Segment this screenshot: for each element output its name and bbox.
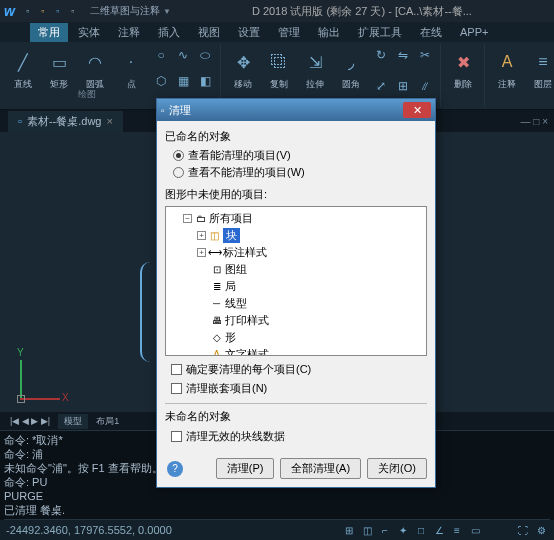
tool-layer[interactable]: ≡图层 [527, 46, 554, 105]
tool-point[interactable]: ·点 [115, 46, 147, 95]
qat-print-icon[interactable]: ▫ [67, 5, 79, 17]
status-toggles: ⊞ ◫ ⌐ ✦ □ ∠ ≡ ▭ ⛶ ⚙ [342, 523, 548, 537]
tool-annotate[interactable]: A注释 [491, 46, 523, 105]
array-icon[interactable]: ⊞ [393, 77, 413, 95]
status-coords: -24492.3460, 17976.5552, 0.0000 [6, 524, 342, 536]
tab-output[interactable]: 输出 [310, 23, 348, 42]
tab-home[interactable]: 常用 [30, 23, 68, 42]
offset-icon[interactable]: ⫽ [415, 77, 435, 95]
tab-annotate[interactable]: 注释 [110, 23, 148, 42]
tab-entity[interactable]: 实体 [70, 23, 108, 42]
purge-tree[interactable]: −🗀所有项目 +◫块 +⟷标注样式 ⊡图组 ≣局 ─线型 🖶打印样式 ◇形 A文… [165, 206, 427, 356]
tab-settings[interactable]: 设置 [230, 23, 268, 42]
qat-save-icon[interactable]: ▫ [52, 5, 64, 17]
ltype-icon: ─ [210, 298, 223, 310]
group-icon: ⊡ [210, 264, 223, 276]
text-icon: A [210, 349, 223, 357]
check-nested[interactable]: 清理嵌套项目(N) [165, 379, 427, 398]
close-button[interactable]: 关闭(O) [367, 458, 427, 479]
tree-item-shape[interactable]: ◇形 [169, 329, 423, 346]
tree-item-dimstyle[interactable]: +⟷标注样式 [169, 244, 423, 261]
tool-rect[interactable]: ▭矩形 [43, 46, 75, 95]
checkbox-icon [171, 431, 182, 442]
folder-icon: 🗀 [194, 213, 207, 225]
tool-line[interactable]: ╱直线 [7, 46, 39, 95]
draw-small-tools: ○∿⬭ ⬡▦◧ [151, 46, 215, 95]
purge-all-button[interactable]: 全部清理(A) [280, 458, 361, 479]
spline-icon[interactable]: ∿ [173, 46, 193, 64]
tool-stretch[interactable]: ⇲拉伸 [299, 46, 331, 105]
lwt-icon[interactable]: ≡ [450, 523, 464, 537]
qat-open-icon[interactable]: ▫ [37, 5, 49, 17]
qat-new-icon[interactable]: ▫ [22, 5, 34, 17]
polygon-icon[interactable]: ⬡ [151, 72, 171, 90]
modify-small-tools: ↻⇋✂ ⤢⊞⫽ [371, 46, 435, 105]
grid-icon[interactable]: ⊞ [342, 523, 356, 537]
tab-layout1[interactable]: 布局1 [90, 414, 125, 429]
collapse-icon[interactable]: − [183, 214, 192, 223]
model-icon[interactable]: ▭ [468, 523, 482, 537]
tool-move[interactable]: ✥移动 [227, 46, 259, 105]
tab-express[interactable]: 扩展工具 [350, 23, 410, 42]
close-button[interactable]: ✕ [403, 102, 431, 118]
doc-controls[interactable]: — □ × [521, 116, 548, 127]
tree-item-group[interactable]: ⊡图组 [169, 261, 423, 278]
otrack-icon[interactable]: ∠ [432, 523, 446, 537]
tree-item-textstyle[interactable]: A文字样式 [169, 346, 423, 356]
snap-icon[interactable]: ◫ [360, 523, 374, 537]
hatch-icon[interactable]: ▦ [173, 72, 193, 90]
workspace-label[interactable]: 二维草图与注释 [90, 4, 160, 18]
ellipse-icon[interactable]: ⬭ [195, 46, 215, 64]
dialog-title: 清理 [169, 103, 403, 118]
radio-nonpurgeable[interactable]: 查看不能清理的项目(W) [165, 164, 427, 181]
expand-icon[interactable]: + [197, 248, 206, 257]
tab-model[interactable]: 模型 [58, 414, 88, 429]
gear-icon[interactable]: ⚙ [534, 523, 548, 537]
tree-item-layer[interactable]: ≣局 [169, 278, 423, 295]
expand-icon[interactable]: + [197, 231, 206, 240]
layout-arrows[interactable]: |◀ ◀ ▶ ▶| [4, 415, 56, 427]
radio-purgeable[interactable]: 查看能清理的项目(V) [165, 147, 427, 164]
block-icon: ◫ [208, 230, 221, 242]
tab-manage[interactable]: 管理 [270, 23, 308, 42]
check-confirm[interactable]: 确定要清理的每个项目(C) [165, 360, 427, 379]
chevron-down-icon[interactable]: ▼ [163, 7, 171, 16]
purge-button[interactable]: 清理(P) [216, 458, 275, 479]
ribbon-tabs: 常用 实体 注释 插入 视图 设置 管理 输出 扩展工具 在线 APP+ [0, 22, 554, 42]
tab-online[interactable]: 在线 [412, 23, 450, 42]
layer-icon: ≣ [210, 281, 223, 293]
tool-copy[interactable]: ⿻复制 [263, 46, 295, 105]
checkbox-icon [171, 364, 182, 375]
tree-root[interactable]: −🗀所有项目 [169, 210, 423, 227]
tree-item-block[interactable]: +◫块 [169, 227, 423, 244]
rotate-icon[interactable]: ↻ [371, 46, 391, 64]
ortho-icon[interactable]: ⌐ [378, 523, 392, 537]
cmd-line: 已清理 餐桌. [4, 503, 550, 517]
scale-icon[interactable]: ⤢ [371, 77, 391, 95]
tree-item-plotstyle[interactable]: 🖶打印样式 [169, 312, 423, 329]
tab-insert[interactable]: 插入 [150, 23, 188, 42]
mirror-icon[interactable]: ⇋ [393, 46, 413, 64]
check-zerolength[interactable]: 清理无效的块线数据 [165, 427, 427, 446]
tool-delete[interactable]: ✖删除 [447, 46, 479, 105]
document-tab[interactable]: ▫ 素材--餐桌.dwg × [8, 111, 123, 132]
doc-close-icon[interactable]: × [106, 115, 112, 127]
move-icon: ✥ [229, 48, 257, 76]
tab-app[interactable]: APP+ [452, 24, 496, 40]
purge-dialog: ▫ 清理 ✕ 已命名的对象 查看能清理的项目(V) 查看不能清理的项目(W) 图… [156, 98, 436, 488]
dialog-icon: ▫ [161, 105, 165, 116]
tool-fillet[interactable]: ◞圆角 [335, 46, 367, 105]
radio-icon [173, 150, 184, 161]
circle-icon[interactable]: ○ [151, 46, 171, 64]
max-icon[interactable]: ⛶ [516, 523, 530, 537]
trim-icon[interactable]: ✂ [415, 46, 435, 64]
window-title: D 2018 试用版 (剩余 27 天) - [CA..\素材--餐... [174, 4, 550, 19]
point-icon: · [117, 48, 145, 76]
polar-icon[interactable]: ✦ [396, 523, 410, 537]
copy-icon: ⿻ [265, 48, 293, 76]
help-button[interactable]: ? [167, 461, 183, 477]
tab-view[interactable]: 视图 [190, 23, 228, 42]
region-icon[interactable]: ◧ [195, 72, 215, 90]
osnap-icon[interactable]: □ [414, 523, 428, 537]
tree-item-linetype[interactable]: ─线型 [169, 295, 423, 312]
